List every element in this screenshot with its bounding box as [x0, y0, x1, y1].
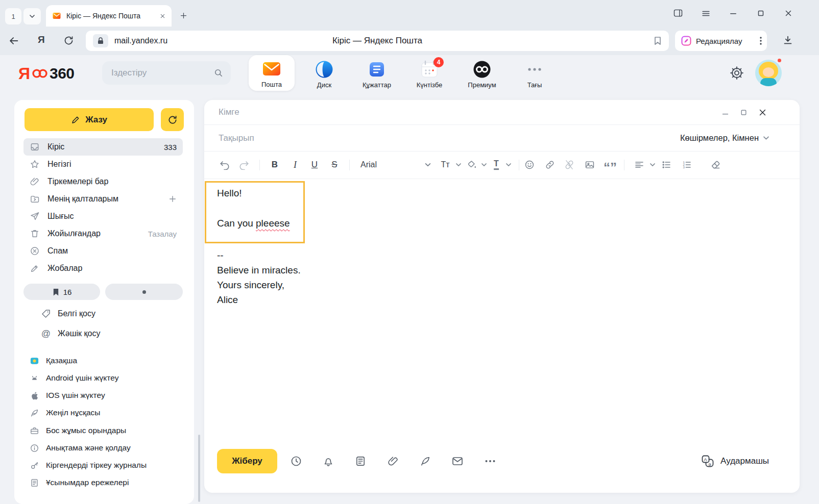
yandex-360-logo[interactable]: Я 360 [18, 63, 75, 84]
insert-image-icon[interactable] [585, 160, 595, 170]
service-more[interactable]: Тағы [512, 56, 558, 89]
site-security-chip[interactable] [93, 34, 108, 47]
settings-gear-icon[interactable] [729, 65, 744, 81]
service-premium[interactable]: Премиум [459, 56, 505, 89]
ios-download-link[interactable]: IOS үшін жүктеу [30, 387, 188, 404]
remove-link-icon[interactable] [564, 160, 575, 170]
more-options-icon[interactable] [485, 460, 495, 463]
window-minimize-icon[interactable] [728, 8, 738, 18]
font-size-chevron-icon[interactable] [456, 163, 461, 166]
yandex-home-button[interactable]: Я [38, 34, 45, 45]
bookmark-filter-pill[interactable]: 16 [23, 284, 100, 300]
vacancies-link[interactable]: Бос жұмыс орындары [30, 422, 188, 439]
align-chevron-icon[interactable] [650, 163, 655, 166]
sidebar-scrollbar[interactable] [198, 435, 200, 502]
send-button[interactable]: Жіберу [217, 449, 277, 473]
login-journal-link[interactable]: Кіргендерді тіркеу журналы [30, 457, 188, 474]
font-family-chevron-icon[interactable] [425, 163, 431, 167]
sidebar-item-drafts[interactable]: Жобалар [23, 260, 183, 277]
dot-filter-pill[interactable] [105, 284, 183, 300]
service-disk[interactable]: Диск [301, 56, 347, 89]
pen-icon[interactable] [420, 456, 431, 467]
language-link[interactable]: Қазақша [30, 352, 188, 369]
eraser-icon[interactable] [711, 160, 721, 170]
envelope-icon[interactable] [451, 455, 464, 467]
numbered-list-icon[interactable]: 123 [682, 160, 692, 170]
cc-from-toggle[interactable]: Көшірмелер, Кімнен [680, 125, 769, 151]
compose-expand-icon[interactable] [740, 109, 747, 116]
toolbar-separator [349, 160, 350, 170]
font-size-dropdown[interactable]: Tт [441, 160, 449, 169]
add-label-action[interactable]: Белгі қосу [41, 305, 183, 322]
subject-input[interactable] [219, 133, 653, 143]
sidebar-item-with-attachments[interactable]: Тіркемелері бар [23, 173, 183, 190]
to-input[interactable] [219, 107, 683, 117]
browser-tab[interactable]: Кіріс — Яндекс Пошта [46, 5, 172, 27]
sidebar-item-sent[interactable]: Шығыс [23, 208, 183, 225]
strikethrough-button[interactable]: S [331, 160, 337, 170]
recommendation-rules-link[interactable]: Ұсынымдар ережелері [30, 474, 188, 491]
font-family-dropdown[interactable]: Arial [360, 160, 377, 169]
insert-link-icon[interactable] [545, 160, 556, 170]
kebab-menu-icon[interactable] [760, 37, 762, 45]
compose-button[interactable]: Жазу [25, 108, 154, 131]
compose-minimize-icon[interactable] [721, 109, 729, 116]
downloads-icon[interactable] [782, 35, 793, 46]
add-folder-icon[interactable] [168, 195, 177, 203]
refresh-button[interactable] [161, 108, 184, 131]
edit-mode-button[interactable]: Редакциялау [675, 31, 767, 51]
sidebar-item-trash[interactable]: Жойылғандар Тазалау [23, 225, 183, 242]
text-color-chevron-icon[interactable] [506, 163, 511, 166]
quote-icon[interactable]: “” [604, 160, 617, 170]
signature-line-1[interactable]: Believe in miracles. [217, 265, 301, 276]
android-download-link[interactable]: Android үшін жүктеу [30, 369, 188, 387]
translator-button[interactable]: А ә Аудармашы [701, 449, 769, 473]
tab-close-icon[interactable] [160, 13, 165, 19]
sidebar-item-inbox[interactable]: Кіріс 333 [23, 138, 183, 156]
back-icon[interactable] [8, 35, 19, 46]
new-tab-button[interactable] [176, 8, 191, 23]
bullet-list-icon[interactable] [661, 160, 671, 170]
compose-close-icon[interactable] [758, 108, 767, 117]
service-docs[interactable]: Құжаттар [354, 56, 400, 89]
window-close-icon[interactable] [783, 8, 793, 18]
align-icon[interactable] [634, 160, 644, 170]
signature-separator[interactable]: -- [217, 250, 224, 261]
search-input[interactable] [111, 61, 208, 85]
text-color-button[interactable]: T [494, 160, 499, 170]
help-support-link[interactable]: Анықтама және қолдау [30, 439, 188, 457]
bold-button[interactable]: B [272, 160, 278, 170]
reload-icon[interactable] [63, 35, 74, 46]
workspace-dropdown[interactable] [23, 8, 41, 24]
address-bar[interactable]: mail.yandex.ru Кіріс — Яндекс Пошта [86, 31, 669, 51]
highlight-color-button[interactable] [467, 160, 477, 170]
highlight-chevron-icon[interactable] [481, 163, 487, 166]
global-search[interactable] [102, 61, 231, 85]
emoji-icon[interactable] [524, 160, 535, 170]
clear-trash-action[interactable]: Тазалау [148, 230, 177, 238]
schedule-send-icon[interactable] [290, 455, 302, 467]
workspace-button[interactable]: 1 [5, 8, 21, 24]
window-maximize-icon[interactable] [756, 8, 766, 18]
sidebar-item-spam[interactable]: Спам [23, 242, 183, 260]
avatar[interactable] [755, 60, 782, 86]
light-version-link[interactable]: Жеңіл нұсқасы [30, 404, 188, 421]
underline-button[interactable]: U [311, 160, 318, 170]
side-panel-icon[interactable] [673, 8, 683, 18]
signature-line-3[interactable]: Alice [217, 294, 238, 306]
bookmark-icon[interactable] [654, 36, 662, 45]
search-icon[interactable] [213, 68, 224, 78]
service-mail[interactable]: Пошта [249, 55, 295, 91]
signature-line-2[interactable]: Yours sincerely, [217, 280, 284, 291]
redo-icon[interactable] [238, 160, 250, 170]
attach-file-icon[interactable] [388, 456, 399, 467]
add-mailbox-action[interactable]: @ Жәшік қосу [41, 325, 183, 342]
reminder-bell-icon[interactable] [322, 455, 334, 467]
italic-button[interactable]: I [294, 160, 297, 170]
template-icon[interactable] [355, 456, 367, 467]
browser-menu-icon[interactable] [701, 8, 711, 18]
sidebar-item-primary[interactable]: Негізгі [23, 156, 183, 173]
sidebar-item-my-folders[interactable]: Менің қалталарым [23, 190, 183, 208]
service-calendar[interactable]: 4 Күнтізбе [406, 56, 452, 89]
undo-icon[interactable] [219, 160, 230, 170]
